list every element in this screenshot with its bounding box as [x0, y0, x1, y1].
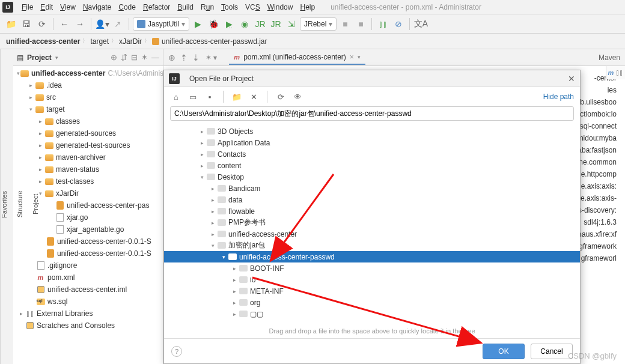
- open-icon[interactable]: 📁: [4, 17, 18, 31]
- gutter-project[interactable]: Project: [32, 194, 39, 214]
- gutter-structure[interactable]: Structure: [16, 191, 23, 218]
- tree-marchiver[interactable]: maven-archiver: [13, 151, 163, 163]
- d-uac[interactable]: unified-access-center: [164, 228, 580, 240]
- hide-path-link[interactable]: Hide path: [543, 93, 574, 101]
- tree-testcls[interactable]: test-classes: [13, 175, 163, 187]
- d-selected-uacpass[interactable]: unified-access-center-passwd: [164, 251, 580, 262]
- save-icon[interactable]: 🖫: [19, 17, 34, 31]
- tree-external[interactable]: ⫿⫿External Libraries: [13, 308, 163, 320]
- attach-icon[interactable]: ⇲: [284, 17, 299, 31]
- menu-file[interactable]: FFileile: [18, 2, 37, 13]
- tree-target[interactable]: target: [13, 103, 163, 115]
- d-pmp[interactable]: PMP参考书: [164, 217, 580, 228]
- user-icon[interactable]: 👤▾: [95, 17, 109, 31]
- d-jmjar[interactable]: 加密的jar包: [164, 240, 580, 251]
- close-tab-icon[interactable]: ×: [350, 53, 354, 61]
- d-data[interactable]: data: [164, 194, 580, 205]
- expand-icon[interactable]: ⇵: [121, 53, 127, 62]
- coverage-icon[interactable]: ▶̤: [222, 17, 236, 31]
- jrebel-select[interactable]: JRebel ▾: [300, 17, 337, 31]
- bc-jar[interactable]: unified-access-center-passwd.jar: [162, 37, 267, 46]
- help-icon[interactable]: ?: [171, 346, 182, 357]
- refresh-icon[interactable]: ⟳: [35, 17, 49, 31]
- show-hidden-icon[interactable]: 👁: [291, 91, 303, 103]
- d-3d[interactable]: 3D Objects: [164, 126, 580, 137]
- maven-tool[interactable]: Maven: [599, 53, 620, 62]
- tree-classes[interactable]: classes: [13, 115, 163, 127]
- menu-view[interactable]: View: [56, 2, 79, 13]
- menu-build[interactable]: Build: [174, 2, 197, 13]
- prohibit-icon[interactable]: ⊘: [391, 17, 406, 31]
- tree-ws[interactable]: sqlws.sql: [13, 296, 163, 308]
- tree-idea[interactable]: .idea: [13, 79, 163, 91]
- gear-icon[interactable]: ✶ ▾: [206, 53, 217, 62]
- menu-refactor[interactable]: Refactor: [139, 2, 174, 13]
- project-title[interactable]: Project: [27, 53, 52, 62]
- ed-down-icon[interactable]: ⇣: [192, 53, 200, 62]
- debug-icon[interactable]: 🐞: [206, 17, 221, 31]
- hide-icon[interactable]: —: [151, 53, 159, 62]
- project-tree[interactable]: unified-access-centerC:\Users\Administra…: [13, 66, 163, 364]
- d-io[interactable]: io: [164, 274, 580, 285]
- tree-mstatus[interactable]: maven-status: [13, 163, 163, 175]
- bc-target[interactable]: target: [90, 37, 109, 46]
- newfolder-icon[interactable]: 📁: [231, 91, 243, 103]
- tree-iml[interactable]: unified-access-center.iml: [13, 284, 163, 296]
- ed-up-icon[interactable]: ⇡: [180, 53, 188, 62]
- sync-icon[interactable]: ⟳: [275, 91, 287, 103]
- jrebel-debug-icon[interactable]: JR: [269, 17, 283, 31]
- tree-gensrc[interactable]: generated-sources: [13, 127, 163, 139]
- chart-icon[interactable]: ⫿⫿: [376, 17, 390, 31]
- run-icon[interactable]: ▶: [191, 17, 205, 31]
- gutter-favorites[interactable]: Favorites: [1, 190, 8, 217]
- bc-root[interactable]: unified-access-center: [6, 37, 80, 46]
- locate-icon[interactable]: ⊕: [111, 53, 117, 62]
- d-boot[interactable]: BOOT-INF: [164, 262, 580, 274]
- editor-tab[interactable]: m pom.xml (unified-access-center) × ▾: [229, 50, 365, 65]
- cancel-button[interactable]: Cancel: [531, 344, 573, 359]
- d-bandicam[interactable]: Bandicam: [164, 183, 580, 194]
- dialog-close-icon[interactable]: ✕: [568, 74, 575, 83]
- jrebel-run-icon[interactable]: JR: [253, 17, 267, 31]
- menu-edit[interactable]: Edit: [37, 2, 56, 13]
- menu-code[interactable]: Code: [115, 2, 139, 13]
- desktop-icon[interactable]: ▭: [187, 91, 199, 103]
- home-icon[interactable]: ⌂: [170, 91, 182, 103]
- tree-pom[interactable]: mpom.xml: [13, 271, 163, 284]
- d-desktop[interactable]: Desktop: [164, 171, 580, 183]
- ok-button[interactable]: OK: [483, 344, 525, 359]
- d-content[interactable]: content: [164, 160, 580, 171]
- tree-gentest[interactable]: generated-test-sources: [13, 139, 163, 151]
- collapse-icon[interactable]: ⊟: [131, 53, 138, 62]
- tree-gitignore[interactable]: .gitignore: [13, 259, 163, 271]
- project-icon[interactable]: ▪: [204, 91, 216, 103]
- menu-help[interactable]: Help: [296, 2, 319, 13]
- translate-icon[interactable]: 文A: [413, 17, 428, 31]
- vcs-icon[interactable]: ↗: [111, 17, 125, 31]
- settings-icon[interactable]: ✶: [141, 53, 148, 62]
- d-contacts[interactable]: Contacts: [164, 148, 580, 160]
- run-config-select[interactable]: JasyptUtil ▾: [133, 17, 189, 31]
- forward-icon[interactable]: →: [73, 17, 87, 31]
- d-appdata[interactable]: Application Data: [164, 137, 580, 148]
- d-meta[interactable]: META-INF: [164, 285, 580, 297]
- dialog-tree[interactable]: 3D Objects Application Data Contacts con…: [164, 123, 580, 324]
- tree-uac001a[interactable]: unified-access-center-0.0.1-S: [13, 235, 163, 247]
- path-input[interactable]: [170, 106, 574, 121]
- menu-navigate[interactable]: Navigate: [79, 2, 115, 13]
- menu-window[interactable]: Window: [264, 2, 297, 13]
- d-org[interactable]: org: [164, 297, 580, 308]
- d-flowable[interactable]: flowable: [164, 205, 580, 217]
- ed-target-icon[interactable]: ⊕: [168, 53, 175, 62]
- tree-root[interactable]: unified-access-centerC:\Users\Administra…: [13, 67, 163, 79]
- tree-uac001b[interactable]: unified-access-center-0.0.1-S: [13, 247, 163, 259]
- bc-xjardir[interactable]: xJarDir: [119, 37, 142, 46]
- tree-scratch[interactable]: Scratches and Consoles: [13, 320, 163, 332]
- back-icon[interactable]: ←: [57, 17, 72, 31]
- tree-src[interactable]: src: [13, 91, 163, 103]
- menu-run[interactable]: Run: [197, 2, 218, 13]
- tree-xjaragent[interactable]: xjar_agentable.go: [13, 223, 163, 235]
- delete-icon[interactable]: ✕: [248, 91, 260, 103]
- d-cut[interactable]: ▢▢: [164, 308, 580, 320]
- profile-icon[interactable]: ◉: [237, 17, 252, 31]
